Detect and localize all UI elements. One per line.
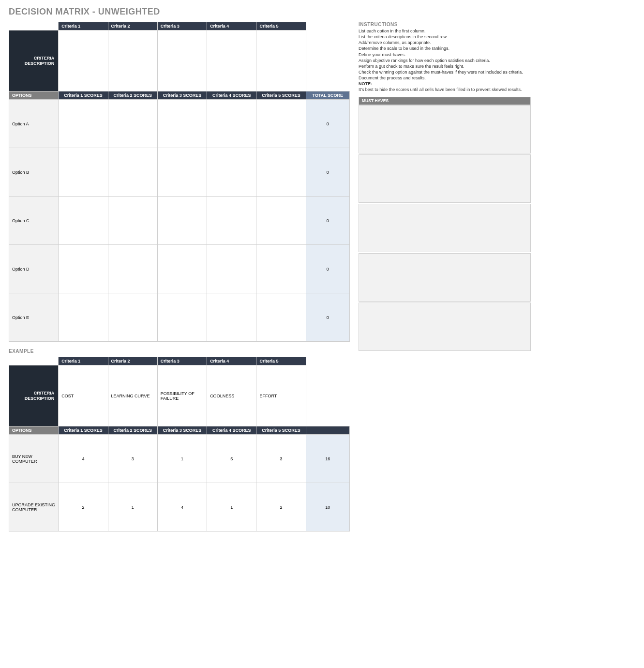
- criteria-header[interactable]: Criteria 5: [256, 22, 306, 30]
- criteria-header: Criteria 1: [59, 357, 108, 365]
- criteria-header[interactable]: Criteria 2: [108, 22, 157, 30]
- criteria-desc-label: CRITERIA DESCRIPTION: [9, 30, 59, 91]
- instructions-body: List each option in the first column. Li…: [359, 28, 531, 93]
- blank-corner: [9, 357, 59, 365]
- option-name-cell[interactable]: Option A: [9, 100, 59, 148]
- instruction-line: List the criteria descriptions in the se…: [359, 34, 531, 40]
- score-header: Criteria 5 SCORES: [256, 91, 306, 100]
- score-header: Criteria 1 SCORES: [59, 426, 108, 435]
- score-cell[interactable]: [59, 148, 108, 197]
- total-score-cell: 10: [306, 483, 349, 531]
- score-header: Criteria 2 SCORES: [108, 91, 157, 100]
- score-cell: 1: [108, 483, 157, 531]
- blank-corner: [306, 22, 349, 30]
- options-header: OPTIONS: [9, 91, 59, 100]
- score-cell: 1: [207, 483, 256, 531]
- score-header-row: OPTIONS Criteria 1 SCORES Criteria 2 SCO…: [9, 426, 350, 435]
- must-have-cell[interactable]: [359, 303, 531, 351]
- criteria-header[interactable]: Criteria 1: [59, 22, 108, 30]
- score-cell[interactable]: [207, 293, 256, 342]
- score-cell[interactable]: [256, 148, 306, 197]
- score-cell[interactable]: [59, 197, 108, 245]
- criteria-header: Criteria 3: [157, 357, 207, 365]
- total-score-cell: 0: [306, 293, 349, 342]
- must-have-cell[interactable]: [359, 204, 531, 252]
- total-score-cell: 0: [306, 197, 349, 245]
- option-name-cell[interactable]: Option C: [9, 197, 59, 245]
- score-header: Criteria 5 SCORES: [256, 426, 306, 435]
- score-cell[interactable]: [59, 245, 108, 293]
- criteria-description-cell: COST: [59, 365, 108, 426]
- score-cell[interactable]: [108, 197, 157, 245]
- criteria-description-cell: EFFORT: [256, 365, 306, 426]
- criteria-header-row: Criteria 1 Criteria 2 Criteria 3 Criteri…: [9, 22, 350, 30]
- option-name-cell: BUY NEW COMPUTER: [9, 435, 59, 483]
- must-have-cell[interactable]: [359, 154, 531, 203]
- main-matrix-table: Criteria 1 Criteria 2 Criteria 3 Criteri…: [9, 22, 350, 342]
- must-haves-header: MUST-HAVES: [359, 97, 531, 105]
- must-have-cell[interactable]: [359, 253, 531, 302]
- must-haves-panel: MUST-HAVES: [359, 97, 531, 351]
- score-cell[interactable]: [207, 100, 256, 148]
- criteria-description-cell[interactable]: [59, 30, 108, 91]
- score-cell[interactable]: [157, 293, 207, 342]
- criteria-header[interactable]: Criteria 4: [207, 22, 256, 30]
- score-cell: 2: [59, 483, 108, 531]
- score-cell: 3: [108, 435, 157, 483]
- blank-corner: [306, 357, 349, 365]
- score-cell[interactable]: [157, 100, 207, 148]
- score-header: Criteria 2 SCORES: [108, 426, 157, 435]
- table-row: BUY NEW COMPUTER 4 3 1 5 3 16: [9, 435, 350, 483]
- score-cell[interactable]: [108, 245, 157, 293]
- score-cell[interactable]: [59, 100, 108, 148]
- score-header: Criteria 4 SCORES: [207, 426, 256, 435]
- total-score-cell: 16: [306, 435, 349, 483]
- instruction-line: List each option in the first column.: [359, 28, 531, 34]
- instruction-line: Determine the scale to be used in the ra…: [359, 46, 531, 51]
- criteria-header[interactable]: Criteria 3: [157, 22, 207, 30]
- score-header: Criteria 3 SCORES: [157, 426, 207, 435]
- note-text: It's best to hide the scores until all c…: [359, 87, 531, 92]
- blank-corner: [306, 365, 349, 426]
- score-cell[interactable]: [108, 100, 157, 148]
- note-label: NOTE:: [359, 81, 531, 87]
- score-cell[interactable]: [157, 245, 207, 293]
- criteria-description-cell[interactable]: [108, 30, 157, 91]
- score-header-row: OPTIONS Criteria 1 SCORES Criteria 2 SCO…: [9, 91, 350, 100]
- table-row: UPGRADE EXISTING COMPUTER 2 1 4 1 2 10: [9, 483, 350, 531]
- score-cell[interactable]: [157, 197, 207, 245]
- score-cell: 2: [256, 483, 306, 531]
- criteria-description-cell[interactable]: [256, 30, 306, 91]
- score-cell[interactable]: [157, 148, 207, 197]
- criteria-description-row: CRITERIA DESCRIPTION COST LEARNING CURVE…: [9, 365, 350, 426]
- score-cell[interactable]: [59, 293, 108, 342]
- score-cell[interactable]: [108, 293, 157, 342]
- table-row: Option D 0: [9, 245, 350, 293]
- score-cell: 4: [157, 483, 207, 531]
- criteria-description-cell: POSSIBILITY OF FAILURE: [157, 365, 207, 426]
- option-name-cell[interactable]: Option D: [9, 245, 59, 293]
- criteria-desc-label: CRITERIA DESCRIPTION: [9, 365, 59, 426]
- table-row: Option C 0: [9, 197, 350, 245]
- instruction-line: Add/remove columns, as appropriate.: [359, 40, 531, 46]
- score-cell: 3: [256, 435, 306, 483]
- criteria-description-cell[interactable]: [207, 30, 256, 91]
- score-cell[interactable]: [207, 197, 256, 245]
- score-cell[interactable]: [207, 245, 256, 293]
- total-score-header: [306, 426, 349, 435]
- score-cell[interactable]: [108, 148, 157, 197]
- instruction-line: Define your must-haves.: [359, 52, 531, 58]
- criteria-description-cell[interactable]: [157, 30, 207, 91]
- criteria-description-cell: LEARNING CURVE: [108, 365, 157, 426]
- score-cell[interactable]: [256, 245, 306, 293]
- score-cell[interactable]: [256, 293, 306, 342]
- score-cell[interactable]: [256, 197, 306, 245]
- option-name-cell[interactable]: Option E: [9, 293, 59, 342]
- score-header: Criteria 1 SCORES: [59, 91, 108, 100]
- must-have-cell[interactable]: [359, 105, 531, 153]
- score-cell[interactable]: [256, 100, 306, 148]
- option-name-cell[interactable]: Option B: [9, 148, 59, 197]
- blank-corner: [9, 22, 59, 30]
- score-cell[interactable]: [207, 148, 256, 197]
- instruction-line: Perform a gut check to make sure the res…: [359, 63, 531, 69]
